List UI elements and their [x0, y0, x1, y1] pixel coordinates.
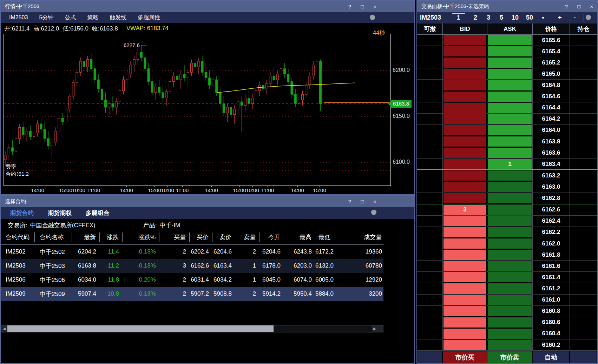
close-icon[interactable]: × — [590, 4, 593, 9]
ask-cell[interactable] — [487, 114, 533, 124]
ask-cell[interactable] — [487, 227, 533, 238]
close-icon[interactable]: × — [373, 198, 376, 204]
cancelable-cell[interactable] — [417, 46, 443, 57]
bid-cell[interactable] — [443, 147, 487, 158]
cancelable-cell[interactable] — [417, 35, 443, 46]
market-sell-button[interactable]: 市价卖 — [487, 351, 532, 363]
menu-item-IM2503[interactable]: IM2503 — [9, 14, 28, 21]
ask-cell[interactable] — [487, 317, 533, 328]
ask-depth-block[interactable] — [488, 114, 532, 124]
cancelable-cell[interactable] — [417, 91, 443, 102]
cancelable-cell[interactable] — [417, 125, 443, 136]
cancelable-cell[interactable] — [417, 227, 443, 238]
ask-cell[interactable] — [487, 283, 533, 294]
ask-cell[interactable] — [487, 91, 533, 102]
ask-depth-block[interactable] — [488, 170, 532, 181]
ask-cell[interactable] — [487, 80, 533, 90]
ask-depth-block[interactable] — [488, 238, 532, 249]
cancelable-cell[interactable] — [417, 57, 443, 68]
cancelable-cell[interactable] — [417, 193, 443, 204]
bid-depth-block[interactable] — [443, 193, 486, 203]
ask-cell[interactable] — [487, 35, 533, 46]
bid-cell[interactable] — [443, 328, 487, 339]
bid-depth-block[interactable] — [443, 58, 486, 68]
maximize-icon[interactable]: □ — [361, 198, 364, 204]
ask-cell[interactable] — [487, 193, 533, 204]
column-header-最低[interactable]: 最低 — [315, 232, 334, 242]
ask-depth-block[interactable] — [488, 306, 532, 316]
bid-depth-block[interactable] — [443, 272, 486, 282]
qty-button-50[interactable]: 50 — [526, 14, 533, 21]
bid-cell[interactable] — [443, 125, 487, 136]
cancelable-cell[interactable] — [417, 328, 443, 339]
column-header-合约代码[interactable]: 合约代码 — [1, 232, 35, 242]
maximize-icon[interactable]: □ — [577, 4, 580, 9]
table-row[interactable]: IM2506中千25066034.0-11.8-0.20%26031.46034… — [1, 273, 383, 287]
cancelable-cell[interactable] — [417, 80, 443, 90]
bid-cell[interactable] — [443, 91, 487, 102]
ask-cell[interactable] — [487, 306, 533, 317]
qty-button-2[interactable]: 2 — [473, 14, 478, 21]
bid-cell[interactable] — [443, 57, 487, 68]
cancelable-cell[interactable] — [417, 283, 443, 294]
ask-cell[interactable] — [487, 57, 533, 68]
bid-cell[interactable] — [443, 283, 487, 294]
bid-cell[interactable] — [443, 193, 487, 204]
cancelable-cell[interactable] — [417, 181, 443, 192]
bid-depth-block[interactable] — [443, 35, 486, 45]
bid-depth-block[interactable] — [443, 125, 486, 135]
menu-item-5分钟[interactable]: 5分钟 — [39, 14, 53, 21]
help-icon[interactable]: ? — [348, 4, 351, 9]
qty-button-5[interactable]: 5 — [499, 14, 504, 21]
menu-item-公式[interactable]: 公式 — [65, 14, 76, 21]
column-header-买量[interactable]: 买量 — [159, 232, 190, 242]
help-icon[interactable]: ? — [565, 4, 568, 9]
chevron-down-icon[interactable]: ▼ — [541, 16, 545, 20]
ask-depth-block[interactable] — [488, 340, 532, 350]
bid-depth-block[interactable] — [443, 340, 486, 350]
bid-cell[interactable] — [443, 68, 487, 79]
ask-depth-block[interactable] — [488, 317, 532, 328]
cancelable-cell[interactable] — [417, 272, 443, 283]
ask-depth-block[interactable] — [488, 125, 532, 135]
ask-cell[interactable] — [487, 339, 533, 350]
tab-多腿组合[interactable]: 多腿组合 — [86, 209, 110, 217]
market-buy-button[interactable]: 市价买 — [443, 351, 487, 363]
bid-cell[interactable] — [443, 238, 487, 249]
ask-cell[interactable] — [487, 136, 533, 147]
cancelable-cell[interactable] — [417, 306, 443, 317]
column-header-涨跌%[interactable]: 涨跌% — [123, 232, 159, 242]
quantity-increase-button[interactable]: + — [558, 14, 562, 21]
bid-depth-block[interactable] — [443, 136, 486, 147]
ask-depth-block[interactable] — [488, 227, 532, 237]
horizontal-scrollbar[interactable]: ◀ ▶ — [1, 325, 383, 332]
bid-depth-block[interactable] — [443, 250, 486, 260]
cancelable-cell[interactable] — [417, 159, 443, 169]
ask-depth-block[interactable] — [488, 69, 532, 79]
cancelable-cell[interactable] — [417, 261, 443, 271]
bid-depth-block[interactable] — [443, 80, 486, 90]
bid-depth-block[interactable] — [443, 295, 486, 305]
menu-item-触发线[interactable]: 触发线 — [110, 14, 126, 21]
column-header-最新[interactable]: 最新 — [72, 232, 100, 242]
cancelable-cell[interactable] — [417, 102, 443, 113]
bid-cell[interactable]: 3 — [443, 204, 487, 215]
ask-depth-block[interactable]: 1 — [488, 159, 532, 169]
bid-depth-block[interactable] — [443, 182, 486, 192]
bid-depth-block[interactable] — [443, 329, 486, 339]
bid-depth-block[interactable] — [443, 46, 486, 56]
tab-期货合约[interactable]: 期货合约 — [10, 209, 34, 217]
bid-cell[interactable] — [443, 46, 487, 57]
cancelable-cell[interactable] — [417, 249, 443, 260]
column-header-买价[interactable]: 买价 — [190, 232, 212, 242]
bid-cell[interactable] — [443, 35, 487, 46]
cancelable-cell[interactable] — [417, 114, 443, 124]
cancelable-cell[interactable] — [417, 170, 443, 181]
ask-depth-block[interactable] — [488, 92, 532, 102]
menu-item-策略[interactable]: 策略 — [87, 14, 98, 21]
contract-overlay-label[interactable]: 合约 — [6, 171, 17, 177]
tab-期货期权[interactable]: 期货期权 — [48, 209, 72, 217]
bid-cell[interactable] — [443, 317, 487, 328]
ask-cell[interactable] — [487, 181, 533, 192]
maximize-icon[interactable]: □ — [361, 4, 364, 9]
